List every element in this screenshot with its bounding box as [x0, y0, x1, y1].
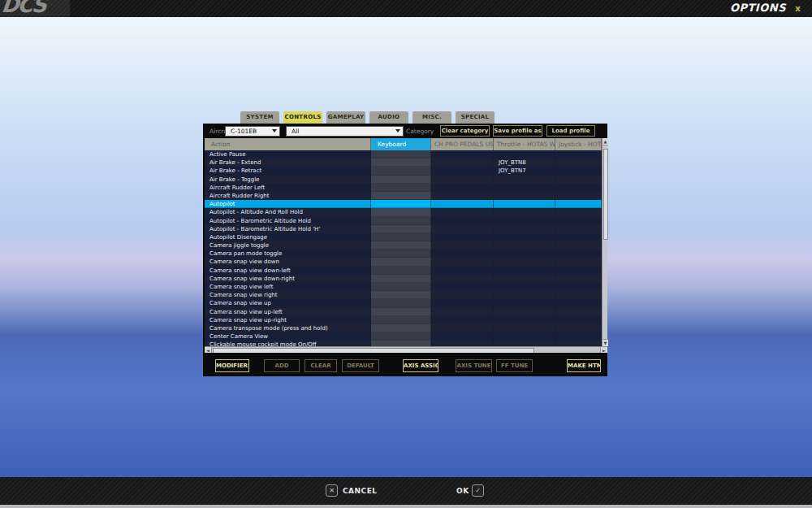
joystick-cell[interactable]	[555, 324, 602, 332]
keyboard-cell[interactable]	[371, 176, 431, 184]
joystick-cell[interactable]	[555, 167, 602, 175]
throttle-cell[interactable]	[494, 192, 555, 200]
horizontal-scrollbar[interactable]: ◄ ►	[205, 346, 607, 353]
keyboard-cell[interactable]	[371, 341, 431, 346]
tab-audio[interactable]: AUDIO	[369, 111, 408, 124]
throttle-cell[interactable]	[494, 299, 555, 307]
pedals-cell[interactable]	[431, 200, 494, 208]
joystick-cell[interactable]	[555, 184, 602, 192]
joystick-cell[interactable]	[555, 299, 602, 307]
pedals-cell[interactable]	[431, 324, 494, 332]
keyboard-cell[interactable]	[371, 308, 431, 316]
pedals-cell[interactable]	[431, 167, 494, 175]
pedals-cell[interactable]	[431, 267, 494, 275]
throttle-cell[interactable]	[494, 291, 555, 299]
tab-special[interactable]: SPECIAL	[456, 111, 495, 124]
action-cell[interactable]: Clickable mouse cockpit mode On/Off	[205, 341, 371, 346]
keyboard-cell[interactable]	[371, 258, 431, 266]
throttle-cell[interactable]: JOY_BTN8	[494, 158, 555, 167]
keyboard-cell[interactable]	[371, 299, 431, 307]
table-row[interactable]: Aircraft Rudder Right	[205, 192, 602, 200]
action-cell[interactable]: Camera snap view down	[205, 258, 371, 266]
action-cell[interactable]: Air Brake - Retract	[205, 167, 371, 175]
throttle-cell[interactable]	[494, 150, 555, 158]
action-cell[interactable]: Aircraft Rudder Left	[205, 184, 371, 192]
action-cell[interactable]: Active Pause	[205, 150, 371, 158]
throttle-cell[interactable]: JOY_BTN7	[494, 167, 555, 175]
joystick-cell[interactable]	[555, 275, 602, 283]
throttle-cell[interactable]	[494, 225, 555, 233]
throttle-cell[interactable]	[494, 332, 555, 341]
action-cell[interactable]: Autopilot - Barometric Altitude Hold 'H'	[205, 225, 371, 233]
action-cell[interactable]: Camera snap view up	[205, 299, 371, 307]
make-html-button[interactable]: MAKE HTML	[567, 359, 601, 372]
pedals-cell[interactable]	[431, 233, 494, 241]
joystick-cell[interactable]	[555, 233, 602, 241]
pedals-cell[interactable]	[431, 150, 494, 158]
ok-button[interactable]: OK	[456, 487, 469, 495]
vertical-scrollbar-thumb[interactable]	[603, 149, 608, 240]
pedals-cell[interactable]	[431, 192, 494, 200]
throttle-cell[interactable]	[494, 176, 555, 184]
cancel-icon[interactable]: ✕	[326, 484, 338, 497]
throttle-cell[interactable]	[494, 341, 555, 346]
clear-category-button[interactable]: Clear category	[440, 125, 490, 137]
throttle-cell[interactable]	[494, 275, 555, 283]
pedals-cell[interactable]	[431, 225, 494, 233]
throttle-cell[interactable]	[494, 316, 555, 324]
joystick-cell[interactable]	[555, 283, 602, 291]
joystick-cell[interactable]	[555, 241, 602, 250]
keyboard-cell[interactable]	[371, 158, 431, 167]
table-row[interactable]: Aircraft Rudder Left	[205, 184, 602, 192]
keyboard-cell[interactable]	[371, 217, 431, 225]
keyboard-cell[interactable]	[371, 324, 431, 332]
joystick-cell[interactable]	[555, 225, 602, 233]
cancel-button[interactable]: CANCEL	[343, 487, 378, 495]
action-cell[interactable]: Camera snap view right	[205, 291, 371, 299]
action-cell[interactable]: Autopilot Disengage	[205, 233, 371, 241]
category-dropdown[interactable]: All	[286, 126, 404, 137]
table-row[interactable]: Camera snap view up-right	[205, 316, 602, 324]
throttle-cell[interactable]	[494, 267, 555, 275]
aircraft-dropdown[interactable]: C-101EB	[225, 126, 280, 137]
table-row[interactable]: Camera snap view up	[205, 299, 602, 307]
save-profile-button[interactable]: Save profile as	[493, 125, 542, 137]
joystick-cell[interactable]	[555, 176, 602, 184]
table-row[interactable]: Center Camera View	[205, 332, 602, 341]
scroll-down-icon[interactable]: ▼	[603, 339, 608, 346]
table-row[interactable]: Camera snap view down	[205, 258, 602, 266]
pedals-cell[interactable]	[431, 316, 494, 324]
axis-assign-button[interactable]: AXIS ASSIGN	[403, 359, 438, 372]
throttle-cell[interactable]	[494, 217, 555, 225]
load-profile-button[interactable]: Load profile	[546, 125, 595, 137]
joystick-cell[interactable]	[555, 250, 602, 258]
keyboard-cell[interactable]	[371, 167, 431, 175]
action-cell[interactable]: Camera pan mode toggle	[205, 250, 371, 258]
pedals-cell[interactable]	[431, 208, 494, 216]
keyboard-cell[interactable]	[371, 150, 431, 158]
joystick-cell[interactable]	[555, 150, 602, 158]
keyboard-cell[interactable]	[371, 200, 431, 208]
table-row[interactable]: Active Pause	[205, 150, 602, 158]
table-row[interactable]: Camera snap view up-left	[205, 308, 602, 316]
ok-icon[interactable]: ✓	[472, 484, 484, 497]
close-icon[interactable]: x	[795, 3, 801, 14]
pedals-cell[interactable]	[431, 291, 494, 299]
keyboard-cell[interactable]	[371, 233, 431, 241]
pedals-cell[interactable]	[431, 241, 494, 250]
pedals-cell[interactable]	[431, 275, 494, 283]
pedals-cell[interactable]	[431, 158, 494, 167]
action-cell[interactable]: Autopilot - Barometric Altitude Hold	[205, 217, 371, 225]
pedals-cell[interactable]	[431, 258, 494, 266]
throttle-cell[interactable]	[494, 184, 555, 192]
joystick-cell[interactable]	[555, 308, 602, 316]
table-row[interactable]: Autopilot - Altitude And Roll Hold	[205, 208, 602, 216]
axis-tune-button[interactable]: AXIS TUNE	[456, 359, 492, 372]
table-row[interactable]: Clickable mouse cockpit mode On/Off	[205, 341, 602, 346]
keyboard-cell[interactable]	[371, 208, 431, 216]
throttle-cell[interactable]	[494, 233, 555, 241]
joystick-cell[interactable]	[555, 291, 602, 299]
ff-tune-button[interactable]: FF TUNE	[496, 359, 533, 372]
action-cell[interactable]: Camera jiggle toggle	[205, 241, 371, 250]
pedals-cell[interactable]	[431, 332, 494, 341]
